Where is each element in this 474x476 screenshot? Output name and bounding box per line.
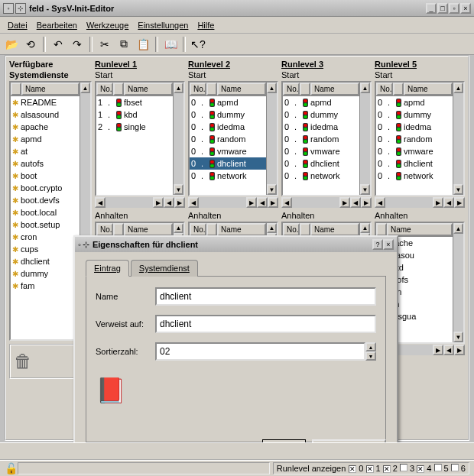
start-item[interactable]: 0.dummy <box>283 108 359 121</box>
col-name[interactable]: Name <box>217 83 266 96</box>
start-item[interactable]: 0.dummy <box>376 108 453 121</box>
cut-icon[interactable]: ✂ <box>96 36 113 53</box>
start-item[interactable]: 0.idedma <box>190 121 266 133</box>
pin-icon[interactable]: ⊹ <box>15 3 26 14</box>
dialog-sysmenu-icon[interactable]: ◦ <box>78 240 81 250</box>
start-item[interactable]: 0.idedma <box>376 121 453 133</box>
start-item[interactable]: 0.network <box>283 170 359 182</box>
menu-file[interactable]: Datei <box>3 19 32 31</box>
stop-scrollbar[interactable]: ▲▼ <box>266 223 277 235</box>
available-item[interactable]: ✱boot.crypto <box>11 182 80 194</box>
available-item[interactable]: ✱dummy <box>11 267 80 280</box>
dialog-help-button[interactable]: ? <box>372 239 383 250</box>
start-item[interactable]: 0.apmd <box>190 96 266 108</box>
start-hscroll[interactable]: ◀▶◀▶ <box>95 197 185 208</box>
sysmenu-icon[interactable]: ◦ <box>3 3 14 14</box>
col-no[interactable]: No. <box>96 223 113 235</box>
col-no[interactable]: No. <box>376 83 393 96</box>
col-name[interactable]: Name <box>404 83 453 96</box>
open-icon[interactable]: 📂 <box>3 36 20 53</box>
start-item[interactable]: 0.random <box>190 133 266 145</box>
col-name[interactable]: Name <box>310 83 359 96</box>
col-name[interactable]: Name <box>124 223 173 235</box>
restore-button[interactable]: ▫ <box>449 3 459 14</box>
col-no[interactable]: No. <box>190 223 206 235</box>
whatsthis-icon[interactable]: ↖? <box>190 36 206 53</box>
start-item[interactable]: 1.fbset <box>96 96 173 108</box>
available-item[interactable]: ✱cups <box>11 243 80 255</box>
start-hscroll[interactable]: ◀▶◀▶ <box>188 197 278 208</box>
available-item[interactable]: ✱cron <box>11 231 80 243</box>
tab-service[interactable]: Systemdienst <box>131 260 198 277</box>
menu-edit[interactable]: Bearbeiten <box>32 19 82 31</box>
start-item[interactable]: 0.dhclient <box>283 157 359 170</box>
start-item[interactable]: 0.apmd <box>376 96 453 108</box>
name-field[interactable] <box>155 287 376 306</box>
lock-icon[interactable]: 🔓 <box>5 462 18 474</box>
start-item[interactable]: 0.dummy <box>190 108 266 121</box>
runlevel-check-3[interactable] <box>400 464 407 471</box>
stop-scrollbar[interactable]: ▲▼ <box>173 223 183 235</box>
start-item[interactable]: 0.network <box>376 170 453 182</box>
start-item[interactable]: 1.kbd <box>96 108 173 121</box>
start-item[interactable]: 0.apmd <box>283 96 359 108</box>
col-no[interactable]: No. <box>96 83 113 96</box>
start-item[interactable]: 0.vmware <box>376 145 453 157</box>
start-item[interactable]: 0.network <box>190 170 266 182</box>
col-no[interactable]: No. <box>190 83 206 96</box>
available-item[interactable]: ✱fam <box>11 280 80 292</box>
start-item[interactable]: 0.vmware <box>190 145 266 157</box>
runlevel-check-6[interactable] <box>451 464 459 471</box>
undo-icon[interactable]: ↶ <box>50 36 67 53</box>
start-hscroll[interactable]: ◀▶◀▶ <box>375 197 465 208</box>
runlevel-check-4[interactable] <box>417 465 424 473</box>
menu-settings[interactable]: Einstellungen <box>133 19 193 31</box>
menu-help[interactable]: Hilfe <box>193 19 219 31</box>
start-item[interactable]: 2.single <box>96 121 173 133</box>
stop-scrollbar[interactable]: ▲▼ <box>359 223 370 235</box>
available-item[interactable]: ✱alsasound <box>11 108 80 121</box>
runlevel-check-5[interactable] <box>434 464 442 471</box>
runlevel-check-2[interactable] <box>383 465 391 473</box>
dialog-close-button[interactable]: × <box>383 239 394 250</box>
available-item[interactable]: ✱boot.devfs <box>11 194 80 206</box>
available-item[interactable]: ✱README <box>11 96 80 108</box>
redo-icon[interactable]: ↷ <box>69 36 86 53</box>
start-item[interactable]: 0.random <box>283 133 359 145</box>
start-hscroll[interactable]: ◀▶◀▶ <box>281 197 372 208</box>
copy-icon[interactable]: ⧉ <box>115 36 132 53</box>
col-no[interactable]: No. <box>283 83 300 96</box>
available-item[interactable]: ✱boot <box>11 170 80 182</box>
stop-scrollbar[interactable]: ▲▼ <box>453 223 463 342</box>
available-item[interactable]: ✱apache <box>11 121 80 133</box>
runlevel-check-1[interactable] <box>366 465 374 473</box>
reload-icon[interactable]: ⟲ <box>22 36 39 53</box>
sort-field[interactable] <box>155 342 365 361</box>
start-item[interactable]: 0.dhclient <box>190 157 266 170</box>
available-item[interactable]: ✱dhclient <box>11 255 80 267</box>
start-item[interactable]: 0.vmware <box>283 145 359 157</box>
available-item[interactable]: ✱autofs <box>11 157 80 170</box>
start-scrollbar[interactable]: ▲▼ <box>266 83 277 195</box>
paste-icon[interactable]: 📋 <box>135 36 151 53</box>
sort-spinner[interactable]: ▲▼ <box>365 342 376 361</box>
start-scrollbar[interactable]: ▲▼ <box>359 83 370 195</box>
available-item[interactable]: ✱apmd <box>11 133 80 145</box>
col-name[interactable]: Name <box>217 223 266 235</box>
menu-tools[interactable]: Werkzeuge <box>82 19 133 31</box>
tab-entry[interactable]: Eintrag <box>86 260 129 277</box>
available-item[interactable]: ✱at <box>11 145 80 157</box>
available-header[interactable]: Name <box>21 83 80 96</box>
minimize-button[interactable]: _ <box>426 3 437 14</box>
dialog-pin-icon[interactable]: ⊹ <box>83 240 89 250</box>
col-name[interactable]: Name <box>124 83 173 96</box>
col-name[interactable]: Name <box>387 223 453 236</box>
ref-field[interactable] <box>155 315 376 333</box>
start-scrollbar[interactable]: ▲▼ <box>453 83 463 195</box>
runlevel-check-0[interactable] <box>349 465 356 473</box>
book-icon[interactable]: 📖 <box>162 36 179 53</box>
col-no[interactable]: No. <box>283 223 300 235</box>
start-item[interactable]: 0.dhclient <box>376 157 453 170</box>
available-item[interactable]: ✱boot.local <box>11 206 80 219</box>
start-scrollbar[interactable]: ▲▼ <box>173 83 183 195</box>
